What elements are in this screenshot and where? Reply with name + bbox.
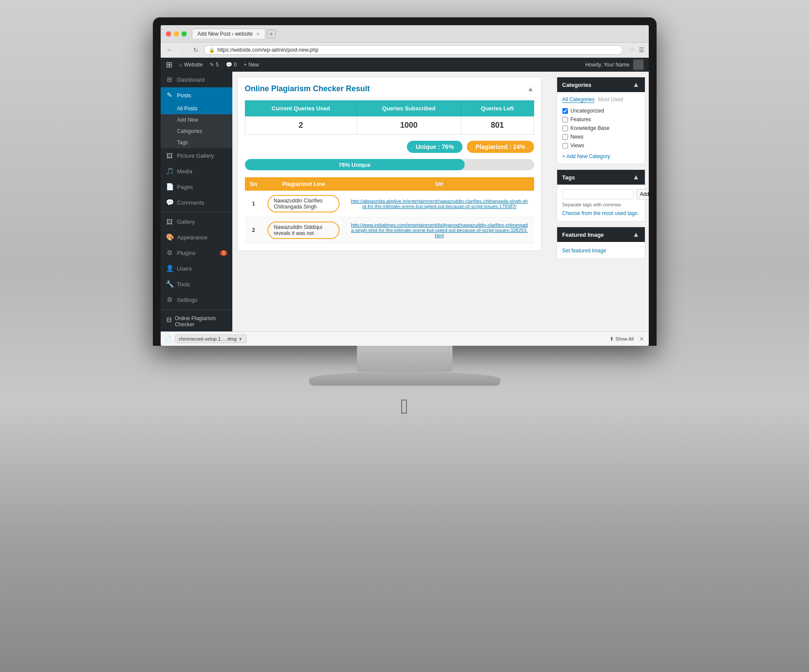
sidebar-item-plugins[interactable]: ⚙ Plugins 3 <box>161 245 232 261</box>
tab-title: Add New Post ‹ website <box>198 31 253 37</box>
tab-close-icon[interactable]: ✕ <box>256 32 260 36</box>
panel-close-button[interactable]: ▲ <box>527 85 534 93</box>
posts-count-link[interactable]: ✎ 5 <box>210 62 219 68</box>
sidebar-item-add-new[interactable]: Add New <box>161 114 232 126</box>
set-featured-image-link[interactable]: Set featured image <box>562 248 606 254</box>
comments-count-link[interactable]: 💬 0 <box>226 62 237 68</box>
choose-tags-link[interactable]: Choose from the most used tags <box>562 210 637 216</box>
sidebar-item-media[interactable]: 🎵 Media <box>161 163 232 179</box>
minimize-button[interactable] <box>174 31 179 36</box>
comments-icon: 💬 <box>226 62 232 68</box>
posts-count: 5 <box>216 62 219 68</box>
sidebar-item-gallery[interactable]: 🖼 Gallery <box>161 214 232 229</box>
posts-icon: ✎ <box>210 62 214 68</box>
back-button[interactable]: ← <box>165 45 175 55</box>
monitor-stand-base <box>309 372 500 386</box>
sidebar-divider <box>161 212 232 212</box>
category-checkbox-1[interactable] <box>562 117 568 122</box>
sidebar-item-categories[interactable]: Categories <box>161 126 232 137</box>
sidebar-item-appearance[interactable]: 🎨 Appearance <box>161 229 232 245</box>
sidebar-item-plagiarism[interactable]: ⊟ Online Plagiarism Checker <box>161 311 232 331</box>
categories-widget: Categories ▲ All Categories Most Used Un… <box>557 77 645 164</box>
plugins-icon: ⚙ <box>166 249 174 257</box>
bookmark-icon[interactable]: ☆ <box>630 46 635 53</box>
howdy-text: Howdy, Your Name <box>585 62 630 68</box>
category-item-2: Knowledge Base <box>562 124 640 132</box>
lock-icon: 🔒 <box>209 47 215 53</box>
add-new-label: Add New <box>177 117 198 123</box>
sidebar-item-users[interactable]: 👤 Users <box>161 261 232 276</box>
refresh-button[interactable]: ↻ <box>191 45 201 55</box>
pages-icon: 📄 <box>166 183 174 191</box>
pl-url-link-1[interactable]: http://www.indiatimes.com/entertainment/… <box>350 222 528 238</box>
show-all-button[interactable]: ⬆ Show All <box>610 336 634 342</box>
plagiarized-badge: Plagiarized : 24% <box>467 141 534 153</box>
sidebar-item-all-posts[interactable]: All Posts <box>161 103 232 114</box>
add-new-category-link[interactable]: + Add New Category <box>562 153 640 159</box>
categories-toggle[interactable]: ▲ <box>633 81 640 89</box>
sidebar-item-tools[interactable]: 🔧 Tools <box>161 276 232 292</box>
plugins-label: Plugins <box>177 250 196 256</box>
posts-icon: ✎ <box>166 91 174 99</box>
forward-button[interactable]: → <box>178 45 188 55</box>
all-posts-label: All Posts <box>177 106 198 112</box>
wp-logo-icon[interactable]: ⊞ <box>166 60 172 70</box>
comments-label: Comments <box>177 199 205 206</box>
tags-label: Tags <box>177 139 188 146</box>
plagiarized-lines-table: Sn Plagiarized Line Url 1Nawazuddin Clar… <box>245 177 534 244</box>
sidebar-item-dashboard[interactable]: ⊞ Dashboard <box>161 72 232 87</box>
site-name-link[interactable]: ⌂ Website <box>179 62 203 68</box>
media-icon: 🎵 <box>166 167 174 175</box>
tag-input[interactable] <box>562 189 634 199</box>
menu-icon[interactable]: ☰ <box>639 46 644 53</box>
categories-widget-title: Categories <box>562 82 591 88</box>
progress-bar-container: 76% Unique <box>245 159 534 170</box>
tools-icon: 🔧 <box>166 280 174 288</box>
plagiarized-line-badge-0: Nawazuddin Clarifies Chitrangada Singh <box>267 195 340 212</box>
table-row: 1Nawazuddin Clarifies Chitrangada Singhh… <box>245 191 534 217</box>
gallery-label: Gallery <box>177 218 195 225</box>
pl-col-sn: Sn <box>245 177 263 191</box>
category-item-3: News <box>562 132 640 141</box>
address-bar[interactable]: 🔒 https://website.com/wp-admin/post-new.… <box>204 45 623 55</box>
new-post-button[interactable]: + New <box>244 62 259 68</box>
category-checkbox-4[interactable] <box>562 143 568 149</box>
posts-label: Posts <box>177 92 192 99</box>
new-label: New <box>248 62 259 68</box>
users-icon: 👤 <box>166 265 174 272</box>
sidebar-item-comments[interactable]: 💬 Comments <box>161 195 232 210</box>
col-current: Current Queries Used <box>245 101 357 116</box>
sidebar-item-posts[interactable]: ✎ Posts <box>161 87 232 103</box>
sidebar-item-tags[interactable]: Tags <box>161 137 232 148</box>
category-checkbox-0[interactable] <box>562 108 568 114</box>
sidebar-item-picture-gallery[interactable]: 🖼 Picture Gallery <box>161 148 232 163</box>
tab-all-categories[interactable]: All Categories <box>562 96 595 103</box>
tab-most-used[interactable]: Most Used <box>598 96 623 103</box>
dashboard-icon: ⊞ <box>166 76 174 83</box>
featured-image-toggle[interactable]: ▲ <box>633 231 640 238</box>
pl-line-cell-1: Nawazuddin Siddiqui reveals it was not <box>262 217 345 244</box>
sidebar-item-settings[interactable]: ⚙ Settings <box>161 292 232 308</box>
sidebar: ⊞ Dashboard ✎ Posts All Posts Add New <box>161 72 232 331</box>
category-checkbox-3[interactable] <box>562 134 568 140</box>
close-button[interactable] <box>166 31 171 36</box>
progress-label: 76% Unique <box>339 162 371 168</box>
category-label-4: Views <box>571 142 584 149</box>
maximize-button[interactable] <box>182 31 187 36</box>
download-bar: 📄 chromecast-setup.1.....dmg ▼ ⬆ Show Al… <box>161 331 649 346</box>
browser-tab[interactable]: Add New Post ‹ website ✕ <box>192 29 265 39</box>
new-tab-button[interactable]: + <box>267 30 276 38</box>
download-chevron-icon[interactable]: ▼ <box>238 337 243 341</box>
sidebar-item-pages[interactable]: 📄 Pages <box>161 179 232 195</box>
download-bar-close[interactable]: ✕ <box>639 335 644 342</box>
url-text: https://website.com/wp-admin/post-new.ph… <box>218 47 319 53</box>
tag-add-button[interactable]: Add <box>636 189 649 199</box>
download-item[interactable]: chromecast-setup.1.....dmg ▼ <box>175 334 247 343</box>
category-checkbox-2[interactable] <box>562 126 568 131</box>
category-label-2: Knowledge Base <box>571 125 610 131</box>
pl-url-link-0[interactable]: http://abpasmita.abplive.in/entertainmen… <box>350 199 528 209</box>
avatar[interactable] <box>633 60 644 70</box>
categories-label: Categories <box>177 128 202 134</box>
featured-image-title: Featured Image <box>562 232 604 238</box>
tags-toggle[interactable]: ▲ <box>633 173 640 181</box>
